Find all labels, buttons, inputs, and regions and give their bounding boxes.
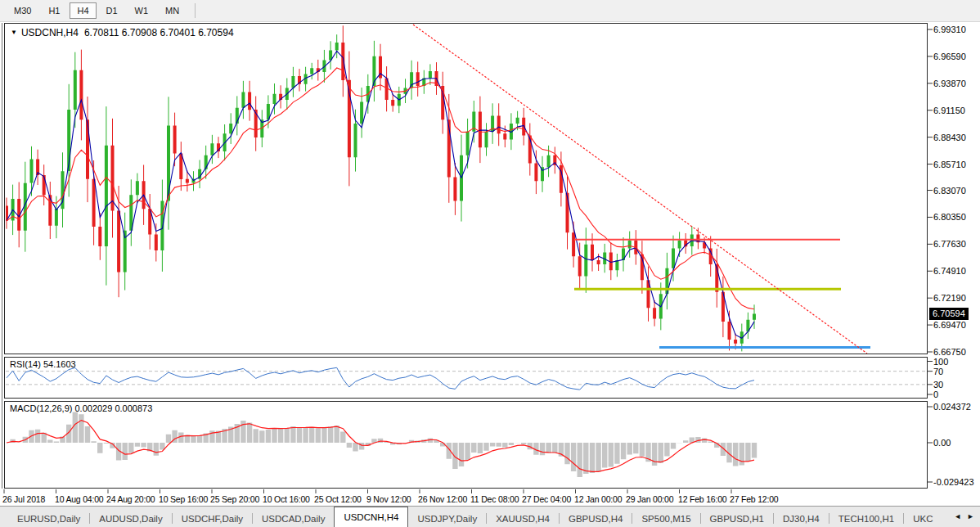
time-axis-label: 10 Sep 16:00 <box>159 494 208 504</box>
timeframe-button-h4[interactable]: H4 <box>70 2 96 19</box>
timeframe-button-d1[interactable]: D1 <box>99 2 125 19</box>
macd-indicator-label: MACD(12,26,9) 0.002029 0.000873 <box>10 403 152 413</box>
chart-symbol-label: USDCNH,H4 <box>21 27 79 38</box>
price-axis-label: 6.83070 <box>933 185 966 196</box>
time-axis-label: 25 Oct 12:00 <box>314 494 362 504</box>
macd-axis-label: -0.029423 <box>933 476 974 488</box>
time-axis-label: 26 Jul 2018 <box>2 494 45 504</box>
chart-dropdown-icon[interactable]: ▼ <box>11 29 17 36</box>
price-axis-label: 6.69470 <box>933 319 966 331</box>
chart-ohlc-values: 6.70811 6.70908 6.70401 6.70594 <box>84 27 234 38</box>
price-axis-label: 6.77630 <box>933 238 966 250</box>
timeframe-button-mn[interactable]: MN <box>158 2 187 19</box>
time-axis-label: 10 Aug 04:00 <box>55 494 104 504</box>
current-price-badge: 6.70594 <box>929 308 969 320</box>
tab-scroll-right-button[interactable]: ► <box>967 512 974 520</box>
time-axis-label: 29 Jan 00:00 <box>626 494 673 504</box>
timeframe-button-w1[interactable]: W1 <box>128 2 156 19</box>
price-axis-label: 6.99310 <box>933 24 966 35</box>
rsi-axis-label: 70 <box>933 366 943 377</box>
macd-axis-label: 0.00 <box>933 437 951 448</box>
tab-scroll-arrows: ◄► <box>954 506 980 527</box>
tab-eurusd-daily[interactable]: EURUSD,Daily <box>8 511 89 527</box>
price-axis-label: 6.91150 <box>933 105 965 116</box>
tab-scroll-left-button[interactable]: ◄ <box>954 512 961 520</box>
price-axis-label: 6.93870 <box>933 78 966 89</box>
time-axis-label: 26 Nov 12:00 <box>418 494 467 504</box>
rsi-indicator-label: RSI(14) 54.1603 <box>10 359 76 369</box>
time-axis-label: 12 Jan 00:00 <box>574 494 622 504</box>
timeframe-toolbar: M30H1H4D1W1MN <box>0 0 980 22</box>
price-axis-label: 6.80350 <box>933 211 966 223</box>
tab-audusd-daily[interactable]: AUDUSD,Daily <box>90 511 171 527</box>
time-axis-label: 12 Feb 16:00 <box>678 494 726 504</box>
timeframe-button-m30[interactable]: M30 <box>7 2 38 19</box>
tab-xauusd-h4[interactable]: XAUUSD,H4 <box>487 511 559 527</box>
tab-gbpusd-h4[interactable]: GBPUSD,H4 <box>560 511 632 527</box>
tab-usdcnh-h4[interactable]: USDCNH,H4 <box>334 507 408 527</box>
chart-ohlc-readout: ▼ USDCNH,H4 6.70811 6.70908 6.70401 6.70… <box>11 27 234 38</box>
tab-dj30-h4[interactable]: DJ30,H4 <box>774 511 829 527</box>
tab-usdchf-daily[interactable]: USDCHF,Daily <box>173 511 252 527</box>
price-axis-label: 6.88430 <box>933 132 966 143</box>
time-axis-label: 11 Dec 08:00 <box>470 494 519 504</box>
rsi-axis-label: 0 <box>933 389 938 400</box>
price-axis-label: 6.74910 <box>933 265 966 277</box>
time-axis-label: 24 Aug 20:00 <box>106 494 155 504</box>
tab-gbpusd-h1[interactable]: GBPUSD,H1 <box>701 511 773 527</box>
price-axis-label: 6.72190 <box>933 292 966 304</box>
macd-axis-label: 0.024372 <box>933 401 971 412</box>
tab-sp500-m15[interactable]: SP500,M15 <box>632 511 699 527</box>
time-axis-label: 27 Dec 04:00 <box>522 494 571 504</box>
chart-canvas[interactable] <box>0 0 980 527</box>
tab-tech100-h1[interactable]: TECH100,H1 <box>829 511 903 527</box>
tab-usdcad-daily[interactable]: USDCAD,Daily <box>253 511 334 527</box>
tab-usdjpy-daily[interactable]: USDJPY,Daily <box>408 511 486 527</box>
timeframe-button-h1[interactable]: H1 <box>41 2 67 19</box>
symbol-tab-bar: EURUSD,DailyAUDUSD,DailyUSDCHF,DailyUSDC… <box>0 506 980 527</box>
toolbar-separator <box>195 3 196 18</box>
time-axis-label: 10 Oct 16:00 <box>263 494 310 504</box>
price-axis-label: 6.85710 <box>933 159 966 170</box>
price-axis-label: 6.96590 <box>933 51 966 62</box>
tab-ukc[interactable]: UKC <box>904 511 942 527</box>
time-axis-label: 27 Feb 12:00 <box>730 494 778 504</box>
time-axis-label: 9 Nov 12:00 <box>366 494 411 504</box>
time-axis-label: 25 Sep 20:00 <box>210 494 259 504</box>
